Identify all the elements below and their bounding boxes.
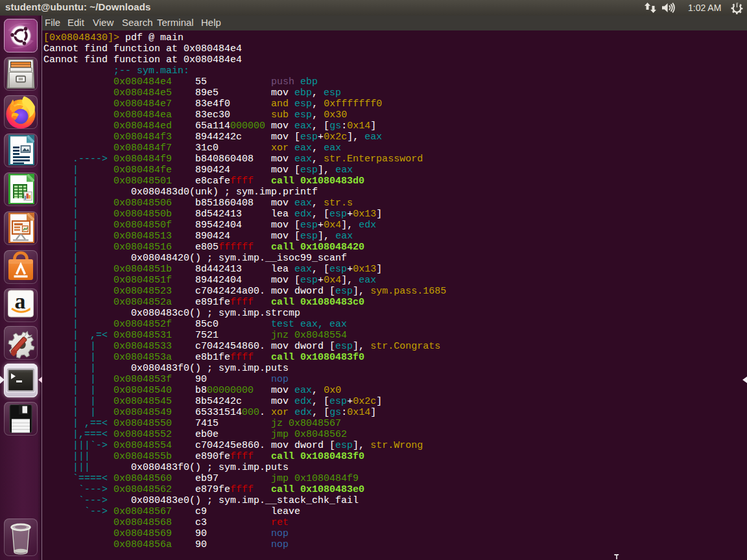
- svg-text:a: a: [15, 289, 26, 313]
